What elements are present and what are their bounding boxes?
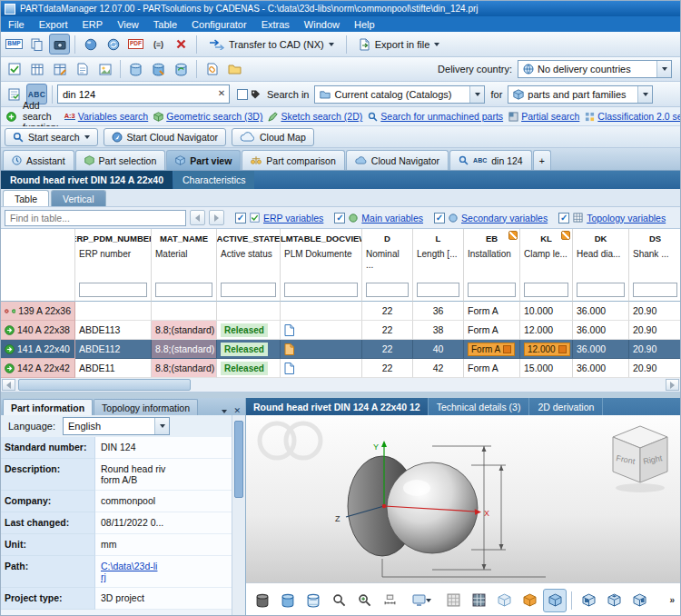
topology-variables-link[interactable]: Topology variables [587, 213, 666, 224]
table-row-141-selected[interactable]: 141 A 22x40 ABDE112 8.8;(standard) Relea… [1, 340, 681, 359]
datasheet-icon[interactable] [72, 59, 93, 80]
sketch-search-item[interactable]: Sketch search (2D) [268, 111, 362, 122]
search-in-select[interactable]: Current catalog (Catalogs) [314, 85, 485, 104]
find-previous-button[interactable] [190, 210, 205, 225]
erp-edit-icon[interactable] [4, 59, 25, 80]
tab-part-comparison[interactable]: Part comparison [242, 150, 344, 170]
tab-cloud-navigator[interactable]: Cloud Navigator [346, 150, 449, 170]
menu-view[interactable]: View [110, 18, 146, 31]
filter-ds-input[interactable] [633, 283, 677, 297]
tab-table[interactable]: Table [3, 190, 49, 206]
delete-mapping-icon[interactable] [171, 34, 192, 55]
classification-search-link[interactable]: Classification 2.0 sea [597, 111, 681, 122]
new-tab-button[interactable]: + [533, 150, 551, 170]
screenshot-icon[interactable] [49, 34, 70, 55]
table-row-140[interactable]: 140 A 22x38 ABDE113 8.8;(standard) Relea… [1, 321, 681, 340]
measure-icon[interactable] [378, 589, 401, 612]
tab-part-selection[interactable]: Part selection [75, 150, 166, 170]
update-preview-icon[interactable] [103, 34, 123, 55]
tab-assistant[interactable]: Assistant [3, 150, 74, 170]
zoom-icon[interactable] [327, 589, 350, 612]
main-variables-link[interactable]: Main variables [361, 213, 423, 224]
variables-search-item[interactable]: A:3 Variables search [64, 111, 149, 122]
right-view-icon[interactable] [627, 589, 651, 612]
panel-close-icon[interactable]: ✕ [231, 406, 243, 415]
unmachined-search-link[interactable]: Search for unmachined parts [380, 111, 503, 122]
col-eb[interactable]: EB [464, 229, 520, 247]
orientation-cube[interactable]: Front Right [613, 426, 667, 492]
menu-help[interactable]: Help [347, 18, 382, 31]
menu-configurator[interactable]: Configurator [184, 18, 254, 31]
formula-icon[interactable]: (≡) [148, 34, 169, 55]
col-dk[interactable]: DK [573, 229, 629, 247]
topology-variables-checkbox[interactable]: ✓ [558, 213, 569, 224]
filter-l-input[interactable] [417, 283, 459, 297]
menu-erp[interactable]: ERP [75, 18, 111, 31]
tab-search-din-124[interactable]: ABC din 124 [449, 150, 532, 170]
menu-extras[interactable]: Extras [254, 18, 297, 31]
filter-dk-input[interactable] [577, 283, 625, 297]
solid-view-icon[interactable] [251, 589, 274, 612]
search-option-checkbox[interactable] [237, 89, 248, 100]
export-bmp-icon[interactable]: BMP [4, 34, 25, 55]
grid-icon[interactable] [467, 589, 490, 612]
sketch-search-link[interactable]: Sketch search (2D) [281, 111, 362, 122]
filter-eb-input[interactable] [468, 283, 516, 297]
database-refresh-icon[interactable] [171, 59, 192, 80]
col-active-state[interactable]: ACTIVE_STATE [217, 229, 281, 247]
display-mode-dropdown[interactable] [403, 589, 439, 612]
link-document-icon[interactable] [202, 59, 222, 80]
editable-value[interactable]: Form A [468, 343, 515, 356]
language-select[interactable]: English [63, 417, 170, 435]
database-icon[interactable] [125, 59, 146, 80]
editable-value[interactable]: 12.000 [524, 343, 570, 356]
3d-preview-icon[interactable] [80, 34, 101, 55]
delivery-country-select[interactable]: No delivery countries [518, 60, 672, 78]
path-link[interactable]: C:\data\23d-li rj [95, 556, 232, 588]
partial-search-item[interactable]: Partial search [508, 111, 579, 122]
scrollbar-thumb[interactable] [234, 421, 243, 498]
copy-image-icon[interactable] [26, 34, 47, 55]
scroll-right-button[interactable] [666, 379, 679, 391]
secondary-variables-checkbox[interactable]: ✓ [434, 213, 445, 224]
secondary-variables-link[interactable]: Secondary variables [461, 213, 548, 224]
partial-search-link[interactable]: Partial search [521, 111, 579, 122]
search-input[interactable] [57, 84, 230, 104]
col-d[interactable]: D [362, 229, 413, 247]
filter-active-input[interactable] [221, 283, 276, 297]
search-for-select[interactable]: parts and part families [508, 85, 653, 104]
tag-icon[interactable] [250, 88, 262, 100]
export-in-file-button[interactable]: Export in file [351, 35, 448, 55]
table-row-139[interactable]: 139 A 22x36 22 36 Form A 10.000 36.000 2… [1, 302, 681, 321]
start-search-button[interactable]: Start search [5, 128, 98, 146]
tab-topology-information[interactable]: Topology information [94, 399, 198, 415]
start-cloud-navigator-button[interactable]: Start Cloud Navigator [104, 128, 226, 146]
zoom-fit-icon[interactable] [352, 589, 376, 612]
unmachined-search-item[interactable]: Search for unmachined parts [368, 111, 503, 122]
find-in-table-input[interactable] [5, 210, 186, 226]
tab-vertical[interactable]: Vertical [51, 190, 105, 206]
scrollbar-thumb[interactable] [18, 379, 191, 391]
main-variables-checkbox[interactable]: ✓ [334, 213, 345, 224]
texture-icon[interactable] [441, 589, 465, 612]
plm-document-icon-active[interactable] [284, 343, 294, 355]
tab-part-view[interactable]: Part view [166, 150, 241, 170]
3d-viewport[interactable]: Y X Z Front Right [246, 415, 681, 582]
orientation-cube-icon[interactable] [518, 589, 541, 612]
plm-document-icon[interactable] [284, 363, 294, 374]
table-view-icon[interactable] [26, 59, 47, 80]
tab-part-round-head-rivet[interactable]: Round head rivet DIN 124 A 22x40 [1, 171, 173, 189]
transfer-to-cad-button[interactable]: Transfer to CAD (NX) [202, 35, 341, 55]
add-plus-icon[interactable] [5, 111, 17, 123]
table-edit-icon[interactable] [49, 59, 70, 80]
menu-file[interactable]: File [1, 18, 32, 31]
tab-part-information[interactable]: Part information [3, 399, 93, 415]
search-options-icon[interactable] [4, 84, 25, 104]
col-erp-pdm-number[interactable]: ERP_PDM_NUMBER [75, 229, 152, 247]
isometric-view-icon[interactable] [543, 589, 567, 612]
col-ds[interactable]: DS [629, 229, 681, 247]
find-next-button[interactable] [209, 210, 224, 225]
classification-search-item[interactable]: Classification 2.0 sea [585, 111, 681, 122]
menu-export[interactable]: Export [32, 18, 75, 31]
geometric-search-link[interactable]: Geometric search (3D) [166, 111, 262, 122]
